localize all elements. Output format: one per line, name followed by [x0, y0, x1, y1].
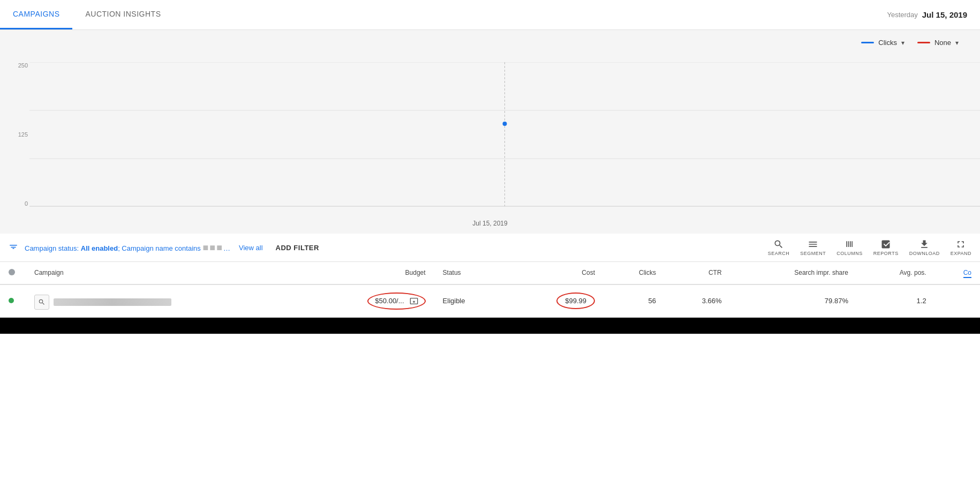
- budget-value-outlined: $50.00/...: [367, 292, 425, 310]
- filter-text: Campaign status: All enabled; Campaign n…: [25, 242, 230, 253]
- add-filter-button[interactable]: ADD FILTER: [276, 244, 319, 252]
- col-header-cost[interactable]: Cost: [504, 262, 604, 284]
- col-header-co[interactable]: Co: [935, 262, 980, 284]
- chart-svg: [29, 62, 980, 207]
- svg-point-5: [503, 122, 507, 126]
- row-clicks: 56: [604, 284, 665, 318]
- download-toolbar-button[interactable]: DOWNLOAD: [909, 239, 940, 256]
- row-avg-pos: 1.2: [857, 284, 935, 318]
- row-cost: $99.99: [504, 284, 604, 318]
- columns-toolbar-button[interactable]: COLUMNS: [836, 239, 863, 256]
- toolbar-icons: SEARCH SEGMENT COLUMNS REPORTS DOWNLOAD …: [768, 239, 971, 256]
- legend-clicks[interactable]: Clicks ▾: [861, 39, 904, 47]
- clicks-dropdown-icon[interactable]: ▾: [901, 39, 904, 47]
- date-range-display: Yesterday Jul 15, 2019: [887, 0, 980, 29]
- status-dot-green: [9, 298, 14, 303]
- none-dropdown-icon[interactable]: ▾: [955, 39, 959, 47]
- expand-toolbar-button[interactable]: EXPAND: [951, 239, 971, 256]
- campaign-name-blurred: [54, 298, 171, 306]
- x-axis-label: Jul 15, 2019: [472, 220, 507, 227]
- col-header-status[interactable]: Status: [434, 262, 505, 284]
- clicks-dash-icon: [861, 42, 874, 43]
- row-search-impr-share: 79.87%: [730, 284, 857, 318]
- table-header-row: Campaign Budget Status Cost Clicks CTR: [0, 262, 980, 284]
- filter-icon: [9, 242, 18, 254]
- y-axis-labels: 250 125 0: [6, 62, 28, 207]
- campaigns-table: Campaign Budget Status Cost Clicks CTR: [0, 262, 980, 318]
- top-navigation: CAMPAIGNS AUCTION INSIGHTS Yesterday Jul…: [0, 0, 980, 30]
- filter-bar: Campaign status: All enabled; Campaign n…: [0, 234, 980, 262]
- col-header-budget[interactable]: Budget: [300, 262, 434, 284]
- none-dash-icon: [917, 42, 930, 43]
- row-status: Eligible: [434, 284, 505, 318]
- campaign-search-icon[interactable]: [34, 295, 49, 310]
- col-header-campaign[interactable]: Campaign: [26, 262, 300, 284]
- tab-auction-insights[interactable]: AUCTION INSIGHTS: [72, 0, 174, 29]
- row-budget: $50.00/...: [300, 284, 434, 318]
- bottom-bar: [0, 318, 980, 334]
- row-campaign: [26, 285, 300, 317]
- legend-none[interactable]: None ▾: [917, 39, 959, 47]
- col-header-search-impr-share[interactable]: Search impr. share: [730, 262, 857, 284]
- reports-toolbar-button[interactable]: REPORTS: [873, 239, 899, 256]
- col-header-clicks[interactable]: Clicks: [604, 262, 665, 284]
- tab-campaigns[interactable]: CAMPAIGNS: [0, 0, 72, 29]
- view-all-link[interactable]: View all: [239, 244, 263, 252]
- segment-toolbar-button[interactable]: SEGMENT: [800, 239, 826, 256]
- search-toolbar-button[interactable]: SEARCH: [768, 239, 790, 256]
- cost-value-outlined: $99.99: [556, 292, 595, 309]
- select-all-checkbox[interactable]: [9, 269, 15, 275]
- col-header-ctr[interactable]: CTR: [665, 262, 730, 284]
- col-header-select: [0, 262, 26, 284]
- chart-legend: Clicks ▾ None ▾: [861, 39, 959, 47]
- row-select[interactable]: [0, 284, 26, 318]
- row-co: [935, 284, 980, 318]
- row-ctr: 3.66%: [665, 284, 730, 318]
- col-header-avg-pos[interactable]: Avg. pos.: [857, 262, 935, 284]
- table-row: $50.00/... Eligible $99.99 56 3.66%: [0, 284, 980, 318]
- chart-area: Clicks ▾ None ▾ 250 125 0 Jul 15, 2019: [0, 30, 980, 234]
